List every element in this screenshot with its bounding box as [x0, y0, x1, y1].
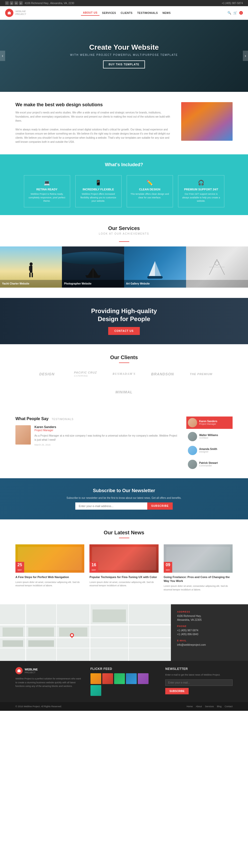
nav-services[interactable]: SERVICES	[100, 10, 118, 16]
svg-rect-3	[29, 266, 31, 271]
cart-icon[interactable]: 🛒	[233, 11, 237, 15]
flickr-thumb-1[interactable]	[91, 673, 101, 684]
feature-flexible-title: Incredibly Flexible	[79, 188, 118, 191]
nav-clients[interactable]: CLIENTS	[118, 10, 134, 16]
main-nav: ABOUT US SERVICES CLIENTS TESTIMONIALS N…	[81, 10, 173, 16]
feature-support-desc: Our Free 24/7 support service is always …	[181, 192, 221, 203]
contact-phone-value: +1 (405) 987-5874+1 (405) 896-5843	[177, 628, 242, 636]
feature-retina-desc: Webline Project is Retina ready, complet…	[27, 192, 67, 203]
footer-nav-about[interactable]: About	[196, 705, 202, 708]
services-divider	[119, 241, 129, 242]
testimonial-thumb-patrick[interactable]: Patrick Stewart Commander	[186, 458, 233, 470]
hero-prev-arrow[interactable]: ‹	[0, 51, 5, 61]
client-design-text: DESIGN	[39, 372, 55, 376]
search-icon[interactable]: 🔍	[227, 11, 231, 15]
features-title: What's Included?	[15, 162, 233, 167]
footer-newsletter-col: Newsletter Enter e-mail to get the lates…	[165, 667, 233, 696]
news-date-badge-1: 25 MAY	[15, 562, 24, 573]
newsletter-email-input[interactable]	[75, 502, 147, 509]
testimonial-thumb-karen[interactable]: Karen Sanders Project Manager	[186, 416, 233, 429]
client-logo-rusmadam: Rusmadam's	[107, 368, 141, 380]
news-date-month-1: MAY	[18, 569, 22, 571]
footer-nav-home[interactable]: Home	[186, 705, 193, 708]
clients-logos: DESIGN Pacific CruzCATERING Rusmadam's B…	[15, 368, 233, 399]
flexible-icon: 📱	[79, 180, 118, 186]
hero-next-arrow[interactable]: ›	[243, 51, 248, 61]
footer-nav-services[interactable]: Services	[205, 705, 214, 708]
feature-clean: ✏️ Clean Design This template offers cle…	[127, 175, 173, 207]
flickr-grid	[91, 673, 158, 696]
top-bar-left: f g in p 4106 Richmond Hwy., Alexandria,…	[5, 1, 74, 5]
service-card-yacht[interactable]: Yacht Charter Website	[0, 246, 62, 288]
feature-clean-title: Clean Design	[130, 188, 170, 191]
facebook-icon[interactable]: f	[5, 1, 9, 5]
footer-newsletter-desc: Enter e-mail to get the latest news of W…	[165, 673, 233, 677]
service-card-4[interactable]	[186, 246, 248, 288]
promo-contact-button[interactable]: CONTACT US	[108, 327, 140, 335]
map-area[interactable]	[0, 604, 171, 661]
svg-rect-5	[32, 273, 33, 277]
client-premium-text: the PREMIUM	[190, 373, 213, 376]
promo-banner: Providing High-qualityDesign for People …	[0, 298, 248, 344]
news-content-3: Going Freelance: Pros and Cons of Changi…	[164, 573, 233, 594]
flickr-thumb-6[interactable]	[91, 685, 101, 696]
flickr-thumb-3[interactable]	[114, 673, 125, 684]
flickr-thumb-4[interactable]	[126, 673, 137, 684]
nav-news[interactable]: NEWS	[161, 10, 173, 16]
footer-nav-contact[interactable]: Contact	[225, 705, 233, 708]
testimonial-amanda-info: Amanda Smith Designer	[199, 447, 217, 453]
feature-support-title: Premium Support 24/7	[181, 188, 221, 191]
pinterest-icon[interactable]: p	[19, 1, 23, 5]
svg-rect-27	[3, 640, 23, 647]
nav-testimonials[interactable]: TESTIMONIALS	[135, 10, 160, 16]
feature-retina: 💻 Retina Ready Webline Project is Retina…	[24, 175, 70, 207]
clients-title: Our Clients	[15, 354, 233, 361]
footer-newsletter-input[interactable]	[165, 679, 233, 686]
testimonial-role: Project Manager	[34, 429, 179, 432]
hero-cta-button[interactable]: BUY THIS TEMPLATE	[103, 60, 145, 68]
client-minimal-text: MINIMAL	[115, 390, 133, 394]
service-card-bg-4	[186, 246, 248, 288]
features-banner: What's Included? 💻 Retina Ready Webline …	[0, 154, 248, 215]
footer-newsletter-button[interactable]: SUBSCRIBE	[165, 688, 189, 694]
googleplus-icon[interactable]: g	[10, 1, 13, 5]
services-section: Our Services LOOK AT OUR ACHIEVEMENTS	[0, 215, 248, 298]
cart-count: 0	[239, 11, 243, 15]
svg-rect-4	[29, 273, 31, 277]
footer-copyright: © 2016 Webline Project. All Rights Reser…	[15, 705, 62, 708]
retina-icon: 💻	[27, 180, 67, 186]
nav-about[interactable]: ABOUT US	[81, 10, 100, 16]
testimonial-patrick-name: Patrick Stewart	[199, 462, 218, 464]
map-svg	[0, 604, 171, 661]
news-date-badge-2: 16 MAY	[90, 562, 98, 573]
testimonial-date: March 25, 2016	[34, 443, 179, 446]
header: WEBLINE PROJECT ABOUT US SERVICES CLIENT…	[0, 6, 248, 20]
client-brandson-text: BRANDSON	[151, 372, 174, 376]
service-card-photographer[interactable]: Photographer Website	[62, 246, 124, 288]
about-body1: We excel your project's needs and works …	[15, 111, 171, 123]
service-card-bg-3: Art Gallery Website	[124, 246, 186, 288]
about-section: We make the best web design solutions We…	[0, 92, 248, 154]
flickr-thumb-5[interactable]	[138, 673, 148, 684]
logo: WEBLINE PROJECT	[5, 9, 26, 17]
footer-bar: © 2016 Webline Project. All Rights Reser…	[0, 702, 248, 711]
support-icon: 🎧	[181, 180, 221, 186]
testimonial-walter-avatar	[188, 432, 197, 441]
footer-nav-blog[interactable]: Blog	[217, 705, 221, 708]
news-title-1: A Few Steps for Perfect Web Navigation	[15, 575, 84, 579]
testimonial-thumb-walter[interactable]: Walter Williams Architect	[186, 430, 233, 443]
svg-rect-26	[93, 610, 126, 622]
linkedin-icon[interactable]: in	[14, 1, 18, 5]
topbar-address: 4106 Richmond Hwy., Alexandria, VA, 2230	[25, 2, 74, 5]
testimonial-patrick-info: Patrick Stewart Commander	[199, 462, 218, 467]
newsletter-subscribe-button[interactable]: SUBSCRIBE	[147, 502, 173, 509]
feature-retina-title: Retina Ready	[27, 188, 67, 191]
news-image-2: 16 MAY	[90, 545, 158, 573]
contact-email-value: info@weblineproject.com	[177, 643, 242, 647]
service-card-art-gallery[interactable]: Art Gallery Website	[124, 246, 186, 288]
news-image-bg-1	[15, 545, 84, 573]
flickr-thumb-2[interactable]	[102, 673, 113, 684]
testimonial-patrick-role: Commander	[199, 464, 218, 467]
testimonial-thumb-amanda[interactable]: Amanda Smith Designer	[186, 444, 233, 457]
testimonial-person: Karen Sanders Project Manager As a Proje…	[15, 425, 179, 446]
